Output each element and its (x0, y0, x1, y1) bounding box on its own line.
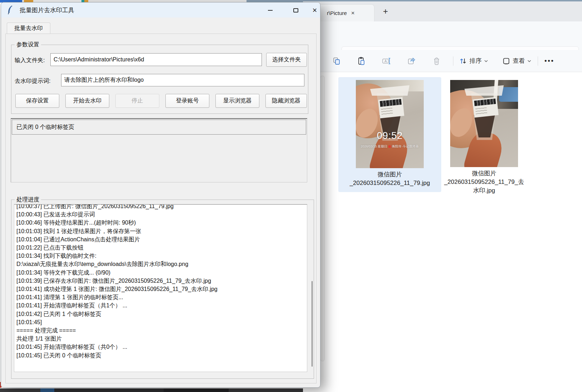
chevron-down-icon (484, 60, 488, 62)
file-item[interactable]: 09:52 2026/03/15 星期日衡阳市·斗记普洱茶 微信图片 _2026… (338, 77, 441, 192)
log-line: [10:01:34] 等待文件下载完成... (0/90) (16, 268, 305, 277)
log-line: [10:01:45] 已关闭 0 个临时标签页 (16, 351, 305, 360)
toolbar-divider (538, 56, 538, 66)
file-name: 微信图片 _20260315095226_11_79.jpg (350, 170, 430, 187)
desktop-sliver-bottom-3 (164, 388, 229, 392)
save-settings-button[interactable]: 保存设置 (15, 94, 59, 108)
toolbar-divider (453, 56, 453, 66)
desktop-sliver-bottom-blue (40, 388, 54, 392)
log-scrollbar[interactable] (312, 281, 313, 367)
minimize-button[interactable] (264, 4, 276, 16)
explorer-window: r\Picture × + ↻ 图片 x6d A (303, 1, 582, 392)
log-output[interactable]: [10:00:37] 已上传图片: 微信图片_20260315095226_11… (14, 204, 307, 372)
close-button[interactable]: × (309, 4, 321, 16)
delete-icon[interactable] (429, 54, 444, 68)
desktop-sliver-bottom-1 (0, 388, 40, 392)
start-removal-button[interactable]: 开始去水印 (65, 94, 109, 108)
log-line: [10:01:34] 找到下载的临时文件: (16, 252, 305, 260)
file-thumbnail: 09:52 2026/03/15 星期日衡阳市·斗记普洱茶 (356, 80, 424, 168)
log-line: [10:01:41] 成功处理第 1 张图片: 微信图片_20260315095… (16, 285, 305, 293)
sort-button[interactable]: 排序 (459, 57, 488, 65)
photo-watermark-time: 09:52 (356, 130, 424, 141)
log-line: [10:01:45] 开始清理临时标签页（共0个） ... (16, 343, 305, 351)
photo-cup-label (378, 97, 404, 118)
input-folder-label: 输入文件夹: (15, 57, 45, 64)
sort-icon (459, 57, 467, 65)
new-tab-button[interactable]: + (383, 6, 388, 16)
log-line: [10:01:45] (16, 318, 305, 326)
log-line: [10:00:43] 已发送去水印提示词 (16, 210, 305, 218)
feather-app-icon (7, 5, 14, 15)
chevron-down-icon (527, 60, 531, 62)
log-line: [10:01:04] 已通过ActionChains点击处理结果图片 (16, 235, 305, 243)
nav-pane-edge (320, 76, 325, 361)
log-line: [10:00:37] 已上传图片: 微信图片_20260315095226_11… (16, 204, 305, 210)
photo-cup-label (472, 97, 498, 118)
explorer-file-area: 09:52 2026/03/15 星期日衡阳市·斗记普洱茶 微信图片 _2026… (303, 72, 582, 392)
app-window: 批量图片去水印工具 × 批量去水印 参数设置 输入文件夹: 选择文件夹 去水印提… (1, 2, 320, 388)
sort-label: 排序 (469, 57, 482, 65)
log-line: [10:01:42] 已关闭 1 个临时标签页 (16, 310, 305, 318)
svg-text:A: A (384, 59, 387, 63)
photo-watermark-date: 2026/03/15 星期日衡阳市·斗记普洱茶 (356, 144, 424, 149)
log-line: [10:01:22] 已点击下载按钮 (16, 243, 305, 252)
log-line: [10:01:03] 找到 1 张处理结果图片，将保存第一张 (16, 227, 305, 235)
params-group-label: 参数设置 (15, 41, 41, 49)
more-options-icon[interactable]: ••• (544, 57, 554, 65)
progress-group-label: 处理进度 (15, 196, 41, 203)
hide-browser-button[interactable]: 隐藏浏览器 (265, 94, 307, 108)
prompt-field[interactable] (61, 74, 304, 86)
log-line: [10:01:41] 清理第 1 张图片的临时标签页... (16, 293, 305, 301)
log-line: 共处理 1/1 张图片 (16, 335, 305, 343)
tab-close-icon[interactable]: × (351, 10, 355, 16)
log-line: [10:00:46] 等待处理结果图片...(超时时间: 90秒) (16, 218, 305, 227)
view-label: 查看 (513, 57, 525, 65)
file-item[interactable]: 微信图片 _20260315095226_11_79_去 水印.jpg (432, 77, 536, 195)
show-browser-button[interactable]: 显示浏览器 (215, 94, 259, 108)
view-icon (502, 57, 510, 65)
explorer-address-row: ↻ 图片 x6d (303, 21, 582, 50)
view-button[interactable]: 查看 (502, 57, 531, 65)
status-listbox[interactable]: 已关闭 0 个临时标签页 (11, 118, 307, 182)
log-line: [10:01:41] 开始清理临时标签页（共1个） ... (16, 301, 305, 310)
explorer-tab-bar: r\Picture × + (303, 1, 582, 21)
maximize-button[interactable] (290, 4, 302, 16)
choose-folder-button[interactable]: 选择文件夹 (266, 53, 307, 67)
paste-icon[interactable] (354, 54, 369, 68)
tab-batch-watermark[interactable]: 批量去水印 (7, 22, 50, 34)
log-line: ===== 处理完成 ===== (16, 326, 305, 335)
explorer-toolbar: A 排序 查看 ••• (303, 50, 582, 72)
red-dot-icon (388, 145, 391, 148)
app-title: 批量图片去水印工具 (20, 6, 74, 14)
stop-button[interactable]: 停止 (115, 94, 159, 108)
explorer-tab-title: r\Picture (327, 10, 347, 16)
share-icon[interactable] (404, 54, 419, 68)
login-account-button[interactable]: 登录账号 (165, 94, 209, 108)
file-thumbnail (450, 80, 518, 167)
copy-icon[interactable] (329, 54, 344, 68)
desktop-sliver-bottom-2 (54, 388, 164, 392)
status-item[interactable]: 已关闭 0 个临时标签页 (12, 120, 306, 135)
prompt-label: 去水印提示词: (15, 77, 50, 85)
input-folder-field[interactable] (50, 53, 262, 66)
log-content: [10:00:37] 已上传图片: 微信图片_20260315095226_11… (16, 204, 305, 360)
log-line: D:\xiazai\无痕批量去水印\temp_downloads\去除图片水印和… (16, 260, 305, 268)
rename-icon[interactable]: A (379, 54, 394, 68)
log-line: [10:01:39] 已保存去水印图片: 微信图片_20260315095226… (16, 277, 305, 285)
file-name: 微信图片 _20260315095226_11_79_去 水印.jpg (444, 169, 524, 195)
app-titlebar: 批量图片去水印工具 × (1, 2, 320, 17)
